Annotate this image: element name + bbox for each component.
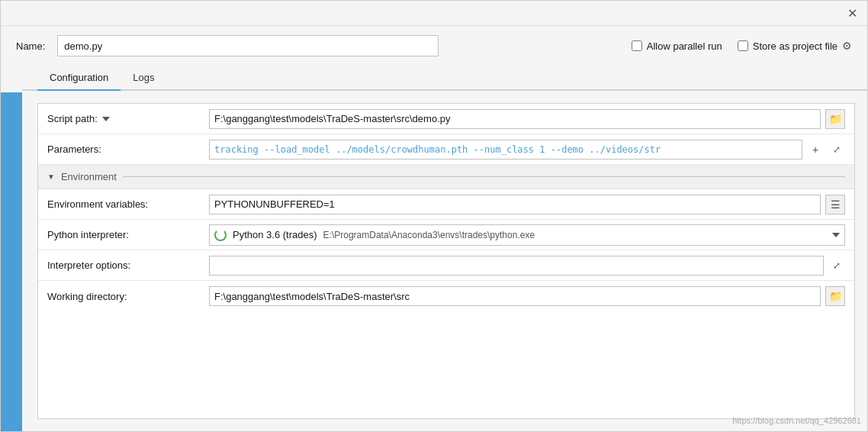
- watermark: https://blog.csdn.net/qq_42962681: [732, 416, 861, 425]
- interpreter-options-row: Interpreter options: ⤢: [38, 250, 854, 281]
- params-expand-icon[interactable]: ⤢: [828, 141, 845, 158]
- tab-logs[interactable]: Logs: [121, 66, 166, 91]
- script-path-content: 📁: [209, 109, 845, 129]
- store-project-label: Store as project file: [753, 40, 837, 52]
- folder-icon-2: 📁: [829, 290, 842, 302]
- interpreter-path: E:\ProgramData\Anaconda3\envs\trades\pyt…: [323, 230, 535, 240]
- interpreter-options-input[interactable]: [209, 256, 824, 276]
- tab-configuration[interactable]: Configuration: [37, 66, 121, 91]
- env-vars-label: Environment variables:: [47, 198, 200, 210]
- interpreter-dropdown-icon: [832, 233, 840, 237]
- working-directory-folder-button[interactable]: 📁: [825, 286, 845, 306]
- parameters-content: + ⤢: [209, 140, 845, 160]
- section-divider: [123, 176, 845, 177]
- script-path-row: Script path: 📁: [38, 104, 854, 134]
- interpreter-options-label: Interpreter options:: [47, 260, 200, 271]
- allow-parallel-checkbox[interactable]: [632, 40, 642, 51]
- copy-icon: ☰: [831, 198, 841, 211]
- environment-section-title: Environment: [61, 171, 117, 182]
- working-directory-label: Working directory:: [47, 291, 200, 302]
- environment-collapse-icon[interactable]: ▼: [47, 172, 55, 181]
- allow-parallel-group: Allow parallel run: [632, 40, 722, 52]
- script-path-label: Script path:: [47, 113, 200, 124]
- params-add-icon[interactable]: +: [807, 141, 824, 158]
- title-bar: ✕: [1, 1, 867, 26]
- environment-section-header: ▼ Environment: [38, 165, 854, 189]
- script-path-dropdown-icon[interactable]: [102, 117, 110, 121]
- python-interpreter-label: Python interpreter:: [47, 229, 200, 240]
- parameters-input[interactable]: [209, 140, 802, 160]
- working-directory-content: 📁: [209, 286, 845, 306]
- interpreter-options-content: ⤢: [209, 256, 845, 276]
- name-input[interactable]: [57, 35, 439, 56]
- env-vars-row: Environment variables: ☰: [38, 189, 854, 220]
- form-area: Script path: 📁 Parameters: +: [37, 103, 855, 419]
- allow-parallel-label: Allow parallel run: [647, 40, 722, 52]
- parameters-label: Parameters:: [47, 143, 200, 155]
- close-button[interactable]: ✕: [844, 5, 860, 21]
- parameters-row: Parameters: + ⤢: [38, 134, 854, 165]
- tabs-row: Configuration Logs: [22, 66, 867, 91]
- env-vars-content: ☰: [209, 195, 845, 214]
- env-vars-copy-button[interactable]: ☰: [825, 195, 845, 214]
- content-area: Configuration Logs Script path: 📁: [1, 66, 867, 431]
- interpreter-status-icon: [214, 229, 227, 241]
- env-vars-input[interactable]: [209, 195, 821, 214]
- python-interpreter-select[interactable]: Python 3.6 (trades) E:\ProgramData\Anaco…: [209, 224, 845, 246]
- store-project-checkbox[interactable]: [738, 40, 748, 51]
- checkboxes-area: Allow parallel run Store as project file…: [632, 40, 852, 52]
- store-project-group: Store as project file ⚙: [738, 40, 852, 52]
- script-path-folder-button[interactable]: 📁: [825, 109, 845, 129]
- left-accent-bar: [1, 92, 22, 431]
- working-directory-row: Working directory: 📁: [38, 281, 854, 311]
- script-path-input[interactable]: [209, 109, 821, 129]
- name-label: Name:: [16, 40, 45, 52]
- gear-icon[interactable]: ⚙: [842, 40, 852, 52]
- folder-icon: 📁: [829, 113, 842, 125]
- working-directory-input[interactable]: [209, 286, 821, 306]
- dialog: ✕ Name: Allow parallel run Store as proj…: [0, 0, 868, 432]
- python-interpreter-content: Python 3.6 (trades) E:\ProgramData\Anaco…: [209, 224, 845, 246]
- interpreter-name: Python 3.6 (trades): [233, 229, 317, 240]
- python-interpreter-row: Python interpreter: Python 3.6 (trades) …: [38, 220, 854, 250]
- header-row: Name: Allow parallel run Store as projec…: [1, 26, 867, 66]
- interpreter-options-expand-icon[interactable]: ⤢: [828, 257, 845, 274]
